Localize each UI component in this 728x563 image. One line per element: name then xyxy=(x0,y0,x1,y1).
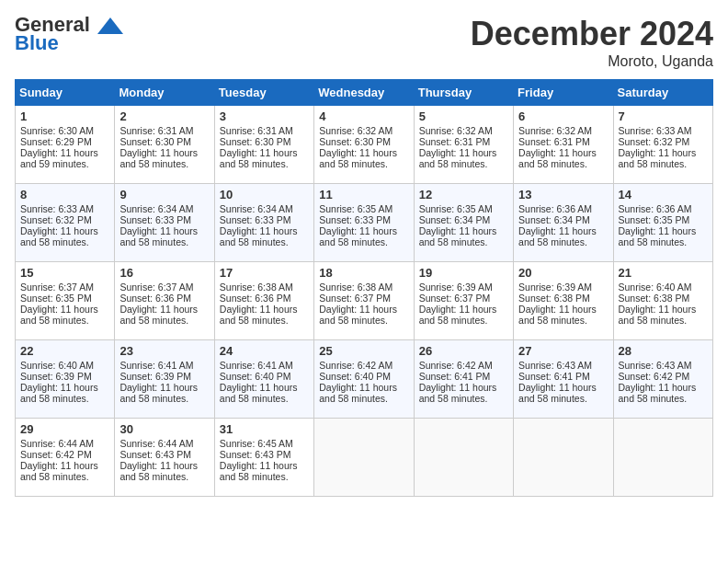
day-cell-24: 24 Sunrise: 6:41 AM Sunset: 6:40 PM Dayl… xyxy=(214,340,313,419)
day-number: 12 xyxy=(419,188,508,201)
sunrise: Sunrise: 6:31 AM xyxy=(220,125,293,136)
logo: General Blue xyxy=(15,15,123,53)
daylight: Daylight: 11 hours xyxy=(20,460,98,471)
title-block: December 2024 Moroto, Uganda xyxy=(471,15,713,70)
calendar-table: Sunday Monday Tuesday Wednesday Thursday… xyxy=(15,79,713,497)
day-number: 25 xyxy=(319,344,408,358)
sunrise: Sunrise: 6:40 AM xyxy=(619,282,692,293)
daylight: Daylight: 11 hours xyxy=(518,382,597,393)
sunrise: Sunrise: 6:42 AM xyxy=(319,360,392,371)
daylight-mins: and 58 minutes. xyxy=(518,158,587,169)
sunrise: Sunrise: 6:43 AM xyxy=(619,360,692,371)
page-header: General Blue December 2024 Moroto, Ugand… xyxy=(15,15,713,70)
daylight: Daylight: 11 hours xyxy=(119,147,198,158)
daylight: Daylight: 11 hours xyxy=(518,304,597,315)
col-friday: Friday xyxy=(514,80,613,106)
daylight-mins: and 58 minutes. xyxy=(518,393,587,404)
daylight-mins: and 58 minutes. xyxy=(619,315,688,326)
daylight: Daylight: 11 hours xyxy=(419,382,497,393)
sunrise: Sunrise: 6:34 AM xyxy=(119,203,193,214)
day-number: 27 xyxy=(518,344,608,358)
sunrise: Sunrise: 6:33 AM xyxy=(20,203,94,214)
empty-cell xyxy=(613,419,712,497)
day-cell-28: 28 Sunrise: 6:43 AM Sunset: 6:42 PM Dayl… xyxy=(613,340,712,419)
sunset: Sunset: 6:39 PM xyxy=(20,371,92,382)
day-cell-17: 17 Sunrise: 6:38 AM Sunset: 6:36 PM Dayl… xyxy=(214,262,313,340)
day-cell-2: 2 Sunrise: 6:31 AM Sunset: 6:30 PM Dayli… xyxy=(115,106,214,184)
daylight: Daylight: 11 hours xyxy=(220,382,298,393)
daylight-mins: and 58 minutes. xyxy=(518,315,587,326)
daylight: Daylight: 11 hours xyxy=(220,225,298,236)
sunrise: Sunrise: 6:32 AM xyxy=(419,125,493,136)
day-cell-8: 8 Sunrise: 6:33 AM Sunset: 6:32 PM Dayli… xyxy=(16,184,115,262)
sunset: Sunset: 6:35 PM xyxy=(20,293,92,304)
calendar-row: 1 Sunrise: 6:30 AM Sunset: 6:29 PM Dayli… xyxy=(16,106,713,184)
col-thursday: Thursday xyxy=(414,80,513,106)
day-cell-16: 16 Sunrise: 6:37 AM Sunset: 6:36 PM Dayl… xyxy=(115,262,214,340)
day-number: 13 xyxy=(518,188,608,201)
day-number: 24 xyxy=(220,344,309,358)
day-cell-12: 12 Sunrise: 6:35 AM Sunset: 6:34 PM Dayl… xyxy=(414,184,513,262)
empty-cell xyxy=(514,419,613,497)
daylight: Daylight: 11 hours xyxy=(20,147,98,158)
daylight-mins: and 58 minutes. xyxy=(619,158,688,169)
day-cell-4: 4 Sunrise: 6:32 AM Sunset: 6:30 PM Dayli… xyxy=(314,106,414,184)
month-title: December 2024 xyxy=(471,15,713,53)
daylight-mins: and 58 minutes. xyxy=(319,158,388,169)
daylight-mins: and 58 minutes. xyxy=(518,236,587,247)
daylight-mins: and 58 minutes. xyxy=(419,393,488,404)
daylight: Daylight: 11 hours xyxy=(319,225,397,236)
daylight-mins: and 58 minutes. xyxy=(619,393,688,404)
sunset: Sunset: 6:43 PM xyxy=(119,449,191,460)
sunset: Sunset: 6:36 PM xyxy=(220,293,291,304)
day-number: 23 xyxy=(119,344,209,358)
day-number: 31 xyxy=(220,422,309,436)
sunset: Sunset: 6:31 PM xyxy=(518,136,590,147)
daylight: Daylight: 11 hours xyxy=(20,304,98,315)
daylight-mins: and 58 minutes. xyxy=(20,315,89,326)
day-cell-11: 11 Sunrise: 6:35 AM Sunset: 6:33 PM Dayl… xyxy=(314,184,414,262)
day-cell-25: 25 Sunrise: 6:42 AM Sunset: 6:40 PM Dayl… xyxy=(314,340,414,419)
sunset: Sunset: 6:40 PM xyxy=(220,371,291,382)
sunrise: Sunrise: 6:44 AM xyxy=(119,438,193,449)
day-number: 7 xyxy=(619,109,708,123)
sunset: Sunset: 6:33 PM xyxy=(119,214,191,225)
day-number: 20 xyxy=(518,266,608,280)
calendar-row: 22 Sunrise: 6:40 AM Sunset: 6:39 PM Dayl… xyxy=(16,340,713,419)
daylight: Daylight: 11 hours xyxy=(119,382,198,393)
sunset: Sunset: 6:30 PM xyxy=(220,136,291,147)
day-number: 18 xyxy=(319,266,408,280)
daylight-mins: and 58 minutes. xyxy=(619,236,688,247)
daylight-mins: and 58 minutes. xyxy=(419,236,488,247)
daylight: Daylight: 11 hours xyxy=(20,225,98,236)
daylight: Daylight: 11 hours xyxy=(119,460,198,471)
day-number: 17 xyxy=(220,266,309,280)
daylight-mins: and 58 minutes. xyxy=(119,315,188,326)
daylight: Daylight: 11 hours xyxy=(619,304,697,315)
day-cell-14: 14 Sunrise: 6:36 AM Sunset: 6:35 PM Dayl… xyxy=(613,184,712,262)
day-cell-21: 21 Sunrise: 6:40 AM Sunset: 6:38 PM Dayl… xyxy=(613,262,712,340)
empty-cell xyxy=(314,419,414,497)
day-number: 6 xyxy=(518,109,608,123)
sunset: Sunset: 6:32 PM xyxy=(20,214,92,225)
calendar-row: 8 Sunrise: 6:33 AM Sunset: 6:32 PM Dayli… xyxy=(16,184,713,262)
day-cell-18: 18 Sunrise: 6:38 AM Sunset: 6:37 PM Dayl… xyxy=(314,262,414,340)
daylight: Daylight: 11 hours xyxy=(619,147,697,158)
day-cell-9: 9 Sunrise: 6:34 AM Sunset: 6:33 PM Dayli… xyxy=(115,184,214,262)
sunset: Sunset: 6:29 PM xyxy=(20,136,92,147)
sunset: Sunset: 6:40 PM xyxy=(319,371,391,382)
daylight: Daylight: 11 hours xyxy=(220,460,298,471)
daylight-mins: and 58 minutes. xyxy=(220,236,289,247)
sunrise: Sunrise: 6:32 AM xyxy=(319,125,392,136)
location: Moroto, Uganda xyxy=(471,53,713,70)
day-number: 9 xyxy=(119,188,209,201)
daylight: Daylight: 11 hours xyxy=(220,147,298,158)
sunset: Sunset: 6:42 PM xyxy=(619,371,690,382)
daylight-mins: and 58 minutes. xyxy=(119,471,188,482)
daylight: Daylight: 11 hours xyxy=(419,225,497,236)
daylight: Daylight: 11 hours xyxy=(319,382,397,393)
day-cell-23: 23 Sunrise: 6:41 AM Sunset: 6:39 PM Dayl… xyxy=(115,340,214,419)
day-cell-3: 3 Sunrise: 6:31 AM Sunset: 6:30 PM Dayli… xyxy=(214,106,313,184)
day-cell-30: 30 Sunrise: 6:44 AM Sunset: 6:43 PM Dayl… xyxy=(115,419,214,497)
daylight-mins: and 58 minutes. xyxy=(20,236,89,247)
